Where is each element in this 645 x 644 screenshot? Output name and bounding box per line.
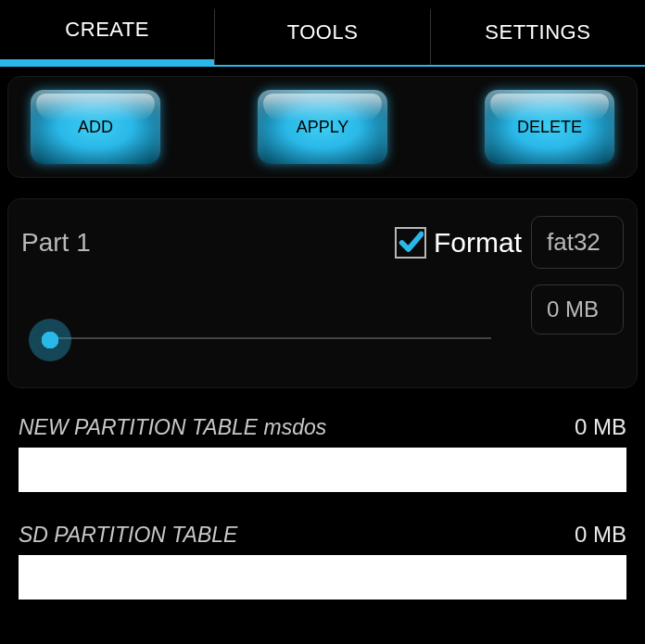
slider-track <box>47 337 491 339</box>
table-bar[interactable] <box>19 555 626 600</box>
table-title: NEW PARTITION TABLE msdos <box>19 415 326 440</box>
size-slider[interactable] <box>21 315 491 361</box>
add-button[interactable]: ADD <box>31 90 160 164</box>
delete-button[interactable]: DELETE <box>485 90 614 164</box>
partition-label: Part 1 <box>21 228 386 258</box>
filesystem-dropdown[interactable]: fat32 <box>531 216 624 269</box>
partition-size[interactable]: 0 MB <box>531 284 624 335</box>
tab-bar: CREATE TOOLS SETTINGS <box>0 0 645 67</box>
partition-tables: NEW PARTITION TABLE msdos 0 MB SD PARTIT… <box>19 414 626 600</box>
tab-tools[interactable]: TOOLS <box>215 0 429 65</box>
format-label: Format <box>434 227 522 259</box>
format-checkbox[interactable] <box>395 227 426 259</box>
action-panel: ADD APPLY DELETE <box>7 76 638 178</box>
tab-create[interactable]: CREATE <box>0 0 214 67</box>
format-checkbox-group: Format <box>395 227 522 259</box>
table-block: NEW PARTITION TABLE msdos 0 MB <box>19 414 626 492</box>
table-size: 0 MB <box>575 522 626 548</box>
table-block: SD PARTITION TABLE 0 MB <box>19 522 626 600</box>
partition-panel: Part 1 Format fat32 0 MB <box>7 198 638 388</box>
slider-thumb[interactable] <box>29 319 71 361</box>
table-size: 0 MB <box>575 414 626 440</box>
table-title: SD PARTITION TABLE <box>19 523 237 548</box>
table-bar[interactable] <box>19 448 626 492</box>
tab-settings[interactable]: SETTINGS <box>431 0 645 65</box>
check-icon <box>398 230 424 256</box>
apply-button[interactable]: APPLY <box>258 90 387 164</box>
